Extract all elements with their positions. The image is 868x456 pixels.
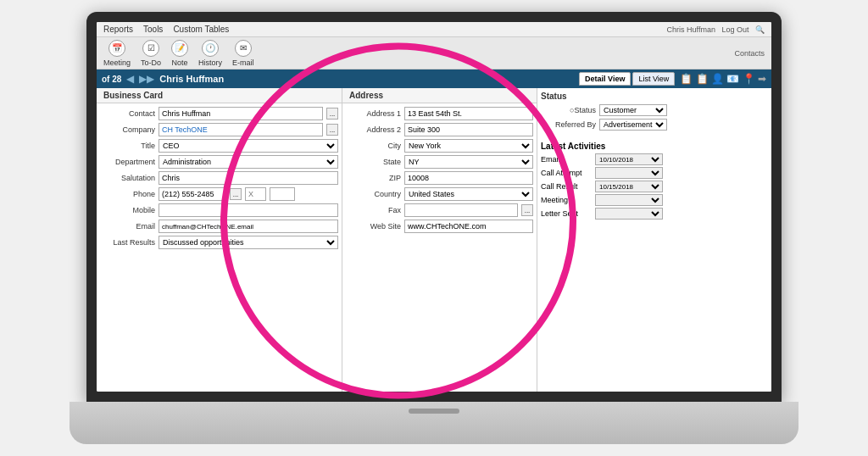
mobile-label: Mobile	[100, 206, 155, 214]
latest-activities-title: Latest Activities	[541, 142, 768, 151]
referred-select[interactable]: Advertisement	[599, 119, 667, 131]
meeting-act-select[interactable]	[595, 194, 663, 206]
prev-record-btn[interactable]: ◀	[126, 73, 134, 85]
website-input[interactable]	[404, 220, 533, 233]
zip-label: ZIP	[346, 174, 401, 182]
last-results-select[interactable]: Discussed opportunities	[159, 236, 338, 249]
address1-input[interactable]	[404, 107, 533, 120]
state-select[interactable]: NY	[404, 155, 533, 169]
screen-inner: Reports Tools Custom Tables Chris Huffma…	[97, 22, 771, 392]
list-view-tab[interactable]: List View	[632, 72, 675, 86]
laptop-base	[70, 402, 798, 444]
mobile-input[interactable]	[159, 203, 338, 217]
salutation-input[interactable]	[159, 171, 338, 185]
fax-dots-btn[interactable]: ...	[521, 204, 533, 216]
email-button[interactable]: ✉ E-mail	[232, 40, 254, 67]
meeting-icon: 📅	[108, 40, 125, 57]
call-attempt-select[interactable]	[595, 167, 663, 179]
website-label: Web Site	[346, 222, 401, 231]
address1-label: Address 1	[346, 109, 401, 118]
contact-dots-btn[interactable]: ...	[326, 108, 338, 120]
email-label: Email	[100, 222, 155, 231]
contact-name-nav: Chris Huffman	[159, 74, 224, 84]
fax-label: Fax	[346, 206, 401, 214]
contact-input[interactable]	[159, 107, 323, 120]
status-select[interactable]: Customer	[599, 104, 667, 116]
laptop: Reports Tools Custom Tables Chris Huffma…	[70, 12, 798, 444]
salutation-row: Salutation	[100, 171, 338, 185]
address1-row: Address 1	[346, 107, 533, 120]
detail-view-tab[interactable]: Detail View	[579, 72, 631, 86]
city-select[interactable]: New York	[404, 139, 533, 153]
call-result-label: Call Result	[541, 182, 592, 191]
contact-label: Contact	[100, 109, 155, 118]
menu-custom-tables[interactable]: Custom Tables	[173, 25, 229, 34]
last-results-row: Last Results Discussed opportunities	[100, 236, 338, 249]
city-row: City New York	[346, 139, 533, 153]
phone-dots-btn[interactable]: ...	[230, 188, 242, 200]
status-row: ○Status Customer	[541, 104, 768, 116]
letter-sent-row: Letter Sent	[541, 208, 768, 220]
company-row: Company ...	[100, 123, 338, 136]
phone-input[interactable]	[159, 187, 226, 201]
address2-label: Address 2	[346, 125, 401, 134]
menu-reports[interactable]: Reports	[103, 25, 133, 34]
status-title: Status	[541, 92, 768, 101]
call-attempt-label: Call Attempt	[541, 169, 592, 177]
address2-input[interactable]	[404, 123, 533, 136]
title-select[interactable]: CEO	[159, 139, 338, 153]
title-row: Title CEO	[100, 139, 338, 153]
main-content: Business Card Contact ... Company	[97, 88, 771, 392]
crm-app: Reports Tools Custom Tables Chris Huffma…	[97, 22, 771, 392]
referred-label: Referred By	[541, 120, 596, 129]
department-row: Department Administration	[100, 155, 338, 169]
menu-bar: Reports Tools Custom Tables Chris Huffma…	[97, 22, 771, 37]
menu-tools[interactable]: Tools	[143, 25, 163, 34]
note-icon: 📝	[171, 40, 188, 57]
country-row: Country United States	[346, 187, 533, 201]
country-label: Country	[346, 190, 401, 198]
status-section: Status ○Status Customer Referred By	[537, 88, 771, 136]
zip-row: ZIP	[346, 171, 533, 185]
email-row: Email	[100, 220, 338, 233]
email-input[interactable]	[159, 220, 338, 233]
country-select[interactable]: United States	[404, 187, 533, 201]
todo-icon: ☑	[142, 40, 159, 57]
email-icon: ✉	[235, 40, 252, 57]
todo-button[interactable]: ☑ To-Do	[141, 40, 161, 67]
business-card-title: Business Card	[97, 88, 342, 103]
scene: Reports Tools Custom Tables Chris Huffma…	[0, 0, 868, 456]
company-dots-btn[interactable]: ...	[326, 124, 338, 136]
address2-row: Address 2	[346, 123, 533, 136]
phone-ext-input[interactable]	[245, 187, 266, 201]
company-input[interactable]	[159, 123, 323, 136]
right-panel: Status ○Status Customer Referred By	[537, 88, 771, 392]
address-panel: Address Address 1 Address 2	[342, 88, 537, 392]
fax-row: Fax ...	[346, 203, 533, 217]
website-row: Web Site	[346, 220, 533, 233]
salutation-label: Salutation	[100, 174, 155, 182]
zip-input[interactable]	[404, 171, 533, 185]
phone-row: Phone ...	[100, 187, 338, 201]
state-label: State	[346, 158, 401, 166]
history-button[interactable]: 🕐 History	[198, 40, 222, 67]
email-act-select[interactable]: 10/10/2018	[595, 153, 663, 165]
contact-row: Contact ...	[100, 107, 338, 120]
letter-sent-select[interactable]	[595, 208, 663, 220]
meeting-act-row: Meeting	[541, 194, 768, 206]
phone-extra-input[interactable]	[270, 187, 295, 201]
call-attempt-row: Call Attempt	[541, 167, 768, 179]
toolbar: 📅 Meeting ☑ To-Do 📝 Note 🕐	[97, 37, 771, 70]
department-select[interactable]: Administration	[159, 155, 338, 169]
referred-row: Referred By Advertisement	[541, 119, 768, 131]
fax-input[interactable]	[404, 203, 518, 217]
phone-label: Phone	[100, 190, 155, 198]
call-result-select[interactable]: 10/15/2018	[595, 181, 663, 192]
address-title: Address	[342, 88, 537, 103]
note-button[interactable]: 📝 Note	[171, 40, 188, 67]
state-row: State NY	[346, 155, 533, 169]
meeting-button[interactable]: 📅 Meeting	[103, 40, 131, 67]
letter-sent-label: Letter Sent	[541, 209, 592, 218]
next-record-btn[interactable]: ▶▶	[139, 73, 154, 85]
company-label: Company	[100, 125, 155, 134]
